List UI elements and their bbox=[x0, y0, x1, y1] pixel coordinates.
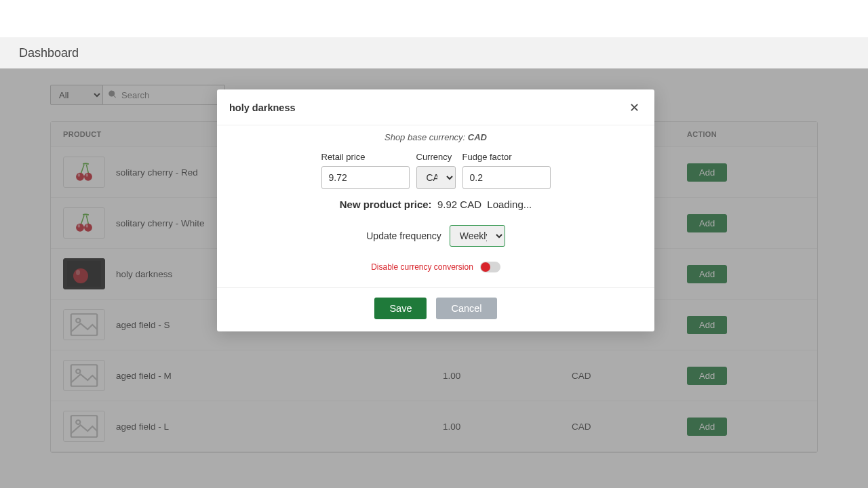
modal-footer: Save Cancel bbox=[217, 287, 654, 331]
currency-label: Currency bbox=[416, 152, 456, 162]
cancel-button[interactable]: Cancel bbox=[436, 298, 496, 319]
page-title: Dashboard bbox=[19, 46, 79, 60]
base-currency-line: Shop base currency: CAD bbox=[229, 132, 642, 142]
frequency-select[interactable]: Weekly bbox=[450, 225, 505, 247]
toggle-knob bbox=[481, 262, 490, 272]
page-title-bar: Dashboard bbox=[0, 37, 868, 68]
fudge-field: Fudge factor bbox=[462, 152, 551, 189]
close-button[interactable]: ✕ bbox=[627, 99, 642, 117]
fudge-label: Fudge factor bbox=[462, 152, 551, 162]
retail-price-field: Retail price bbox=[321, 152, 410, 189]
retail-price-label: Retail price bbox=[321, 152, 410, 162]
currency-select[interactable]: CAD bbox=[416, 166, 456, 189]
new-price-value: 9.92 CAD bbox=[437, 199, 481, 210]
currency-field: Currency CAD bbox=[416, 152, 456, 189]
loading-text: Loading... bbox=[487, 199, 532, 210]
new-price-label: New product price: bbox=[340, 199, 432, 210]
disable-conversion-row: Disable currency conversion bbox=[229, 262, 642, 272]
fudge-input[interactable] bbox=[462, 166, 551, 189]
retail-price-input[interactable] bbox=[321, 166, 410, 189]
frequency-label: Update frequency bbox=[366, 230, 441, 241]
disable-conversion-toggle[interactable] bbox=[480, 262, 500, 272]
modal-body: Shop base currency: CAD Retail price Cur… bbox=[217, 125, 654, 287]
frequency-row: Update frequency Weekly bbox=[229, 225, 642, 247]
save-button[interactable]: Save bbox=[374, 298, 427, 319]
price-fields-row: Retail price Currency CAD Fudge factor bbox=[229, 152, 642, 189]
new-price-row: New product price: 9.92 CAD Loading... bbox=[229, 199, 642, 210]
modal-title: holy darkness bbox=[229, 102, 296, 113]
modal-header: holy darkness ✕ bbox=[217, 89, 654, 125]
top-blank-bar bbox=[0, 0, 868, 37]
product-modal: holy darkness ✕ Shop base currency: CAD … bbox=[217, 89, 654, 331]
close-icon: ✕ bbox=[629, 101, 639, 115]
disable-conversion-label: Disable currency conversion bbox=[371, 262, 473, 272]
